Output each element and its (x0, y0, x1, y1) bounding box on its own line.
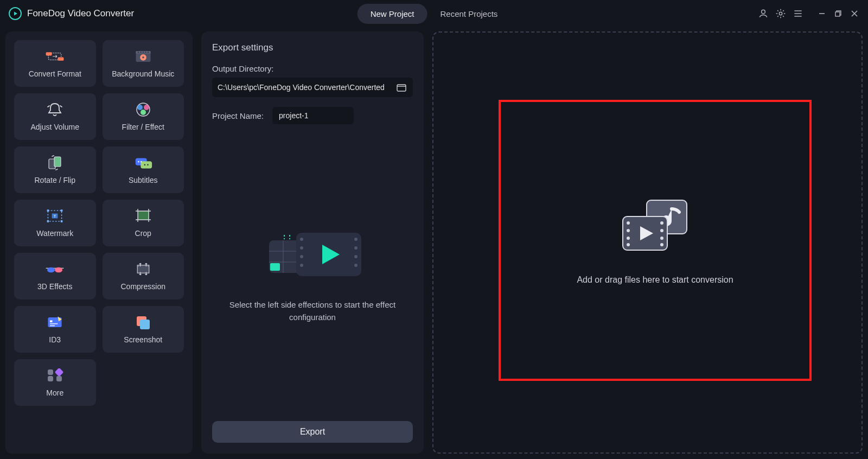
svg-rect-48 (140, 320, 150, 329)
svg-point-27 (147, 164, 149, 165)
tool-adjust-volume[interactable]: Adjust Volume (14, 93, 96, 140)
tool-crop[interactable]: Crop (103, 200, 184, 246)
tool-label: Subtitles (129, 176, 158, 184)
tool-label: Filter / Effect (122, 123, 164, 131)
svg-rect-6 (58, 58, 64, 61)
svg-point-78 (660, 243, 663, 246)
brand: FoneDog Video Converter (9, 7, 134, 20)
svg-rect-38 (137, 265, 149, 273)
svg-rect-53 (397, 85, 406, 91)
app-title: FoneDog Video Converter (27, 8, 134, 19)
app-logo-icon (9, 7, 22, 20)
tool-label: Watermark (36, 229, 73, 238)
svg-rect-23 (141, 161, 152, 168)
export-settings-title: Export settings (212, 42, 413, 53)
tool-label: Background Music (112, 69, 174, 78)
drop-hint-text: Add or drag files here to start conversi… (577, 275, 733, 285)
rotate-icon (45, 155, 65, 170)
tool-label: More (46, 388, 63, 397)
project-name-input[interactable] (272, 107, 354, 124)
effect-preview-area: Select the left side effections to start… (212, 124, 413, 421)
svg-point-71 (627, 221, 630, 225)
svg-point-11 (143, 52, 144, 53)
music-film-icon (133, 49, 153, 64)
tool-convert-format[interactable]: Convert Format (14, 40, 96, 87)
svg-rect-59 (270, 263, 280, 271)
tool-label: ID3 (49, 335, 61, 344)
minimize-icon[interactable] (817, 9, 827, 18)
compression-icon (133, 262, 153, 277)
title-actions (757, 8, 859, 20)
svg-rect-45 (50, 323, 58, 324)
tool-background-music[interactable]: Background Music (103, 40, 184, 87)
tab-new-project[interactable]: New Project (358, 4, 427, 24)
svg-point-13 (148, 52, 149, 53)
svg-point-18 (144, 105, 149, 110)
bell-icon (45, 102, 65, 117)
export-button[interactable]: Export (212, 421, 413, 443)
svg-rect-31 (47, 209, 49, 212)
svg-point-61 (300, 238, 303, 241)
svg-text:T: T (54, 214, 56, 219)
media-files-icon (617, 196, 693, 256)
menu-icon[interactable] (792, 8, 804, 20)
output-dir-row (212, 78, 413, 97)
more-icon (45, 368, 65, 383)
svg-point-66 (354, 246, 358, 250)
svg-point-26 (144, 164, 145, 165)
browse-folder-icon[interactable] (395, 81, 407, 93)
tool-label: Screenshot (124, 335, 162, 344)
svg-rect-35 (138, 211, 149, 220)
preview-hint-text: Select the left side effections to start… (225, 299, 400, 323)
watermark-icon: T (45, 208, 65, 224)
svg-point-15 (142, 56, 144, 59)
tool-label: 3D Effects (37, 282, 72, 291)
tool-compression[interactable]: Compression (103, 253, 184, 299)
tool-more[interactable]: More (14, 359, 96, 406)
svg-point-72 (627, 229, 630, 232)
account-icon[interactable] (757, 8, 769, 20)
drop-highlight-box[interactable]: Add or drag files here to start conversi… (499, 100, 812, 381)
output-dir-input[interactable] (218, 83, 395, 92)
main-stage: Convert Format Background Music (0, 27, 868, 459)
svg-rect-33 (47, 220, 49, 222)
svg-point-63 (300, 255, 303, 258)
export-panel: Export settings Output Directory: Projec… (201, 31, 424, 454)
svg-rect-3 (835, 12, 840, 16)
glasses-3d-icon (45, 262, 65, 277)
svg-point-1 (762, 10, 765, 14)
project-name-label: Project Name: (212, 111, 264, 120)
tool-watermark[interactable]: T Watermark (14, 200, 96, 246)
tool-subtitles[interactable]: Subtitles (103, 146, 184, 193)
svg-point-67 (354, 255, 358, 258)
svg-point-39 (138, 266, 139, 267)
svg-rect-49 (48, 369, 53, 375)
title-bar: FoneDog Video Converter New Project Rece… (0, 0, 868, 27)
tool-filter-effect[interactable]: Filter / Effect (103, 93, 184, 140)
tool-label: Crop (135, 229, 151, 238)
svg-point-19 (141, 110, 146, 115)
svg-rect-46 (50, 325, 55, 326)
svg-point-62 (300, 246, 303, 250)
svg-rect-52 (55, 368, 64, 377)
settings-icon[interactable] (775, 8, 787, 20)
maximize-icon[interactable] (833, 9, 843, 18)
tab-recent-projects[interactable]: Recent Projects (427, 4, 510, 24)
drop-panel[interactable]: Add or drag files here to start conversi… (432, 31, 863, 454)
svg-rect-51 (48, 376, 53, 381)
export-button-label: Export (300, 427, 325, 437)
tool-3d-effects[interactable]: 3D Effects (14, 253, 96, 299)
tool-label: Compression (121, 282, 165, 291)
color-wheel-icon (133, 102, 153, 117)
tool-screenshot[interactable]: Screenshot (103, 306, 184, 353)
output-dir-label: Output Directory: (212, 64, 413, 73)
tools-grid: Convert Format Background Music (14, 40, 184, 406)
svg-point-24 (138, 161, 139, 163)
svg-point-75 (660, 221, 663, 225)
svg-point-76 (660, 229, 663, 232)
screenshot-icon (133, 315, 153, 330)
tool-rotate-flip[interactable]: Rotate / Flip (14, 146, 96, 193)
tool-id3[interactable]: ID3 (14, 306, 96, 353)
close-icon[interactable] (850, 9, 859, 18)
svg-point-9 (138, 52, 139, 53)
